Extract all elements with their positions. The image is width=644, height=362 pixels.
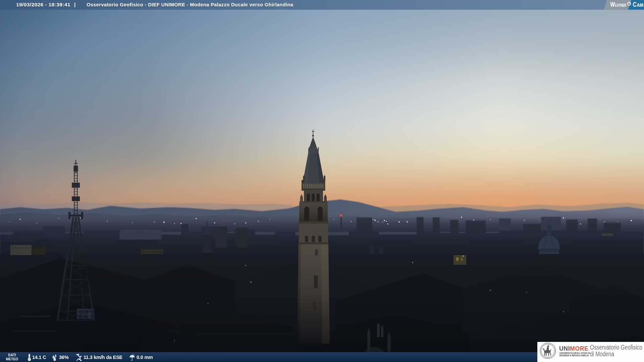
svg-text:W: W <box>610 1 615 8</box>
svg-text:AM: AM <box>637 2 644 8</box>
svg-text:C: C <box>633 1 637 8</box>
svg-text:EATHER: EATHER <box>615 3 627 8</box>
svg-text:1175: 1175 <box>547 357 549 358</box>
